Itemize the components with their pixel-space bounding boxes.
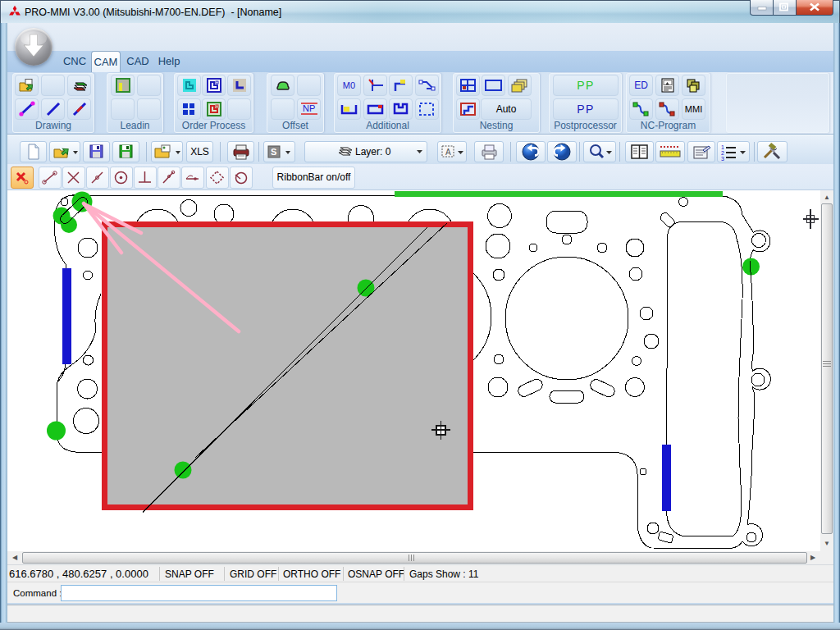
svg-text:A: A [445, 148, 451, 157]
svg-text:3: 3 [721, 156, 724, 162]
svg-text:NP: NP [303, 103, 315, 113]
svg-text:S: S [271, 147, 276, 157]
svg-text:2: 2 [721, 150, 724, 156]
svg-text:Layer: 0: Layer: 0 [355, 146, 391, 158]
svg-text:1: 1 [721, 144, 724, 150]
